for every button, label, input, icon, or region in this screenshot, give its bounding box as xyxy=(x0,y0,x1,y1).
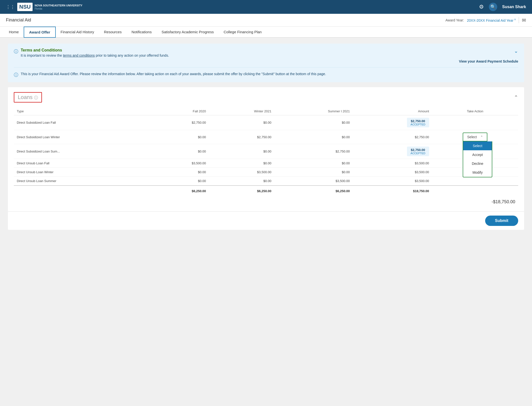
col-fall2020: Fall 2020 xyxy=(152,107,209,115)
table-body: Direct Subsidized Loan Fall $2,750.00 $0… xyxy=(14,115,518,196)
mail-icon[interactable]: ✉ xyxy=(519,17,526,23)
accepted-amount: $2,750.00 xyxy=(409,119,427,123)
award-year-link[interactable]: 20XX-20XX Financial Aid Year v xyxy=(467,18,516,22)
info-circle-icon: ⓘ xyxy=(14,49,18,54)
winter2021-value: $3,500.00 xyxy=(209,168,274,177)
tab-satisfactory-academic-progress[interactable]: Satisfactory Academic Progress xyxy=(157,27,219,37)
fall2020-value: $3,500.00 xyxy=(152,159,209,168)
col-take-action: Take Action xyxy=(432,107,518,115)
table-row: Direct Subsidized Loan Winter $0.00 $2,7… xyxy=(14,130,518,144)
terms-content: Terms and Conditions It is important to … xyxy=(21,48,169,57)
terms-conditions-link[interactable]: terms and conditions xyxy=(63,53,95,57)
totals-label xyxy=(14,186,152,195)
amount-value: $2,750.00 ACCEPTED xyxy=(353,115,432,130)
accepted-label: ACCEPTED xyxy=(409,152,427,155)
loan-type: Direct Subsidized Loan Sum... xyxy=(14,144,152,159)
amount-value: $2,750.00 xyxy=(353,130,432,144)
fall2020-value: $0.00 xyxy=(152,177,209,186)
amount-accepted-badge: $2,750.00 ACCEPTED xyxy=(407,118,429,127)
payment-schedule-link[interactable]: View your Award Payment Schedule xyxy=(14,59,518,63)
fall2020-value: $0.00 xyxy=(152,130,209,144)
select-label: Select xyxy=(467,135,477,139)
nsu-logo: NSU xyxy=(17,3,33,11)
chevron-up-icon: ⌃ xyxy=(480,135,483,139)
accepted-label: ACCEPTED xyxy=(409,123,427,126)
totals-fall2020: $6,250.00 xyxy=(152,186,209,195)
table-row: Direct Unsub Loan Fall $3,500.00 $0.00 $… xyxy=(14,159,518,168)
totals-row: $6,250.00 $6,250.00 $6,250.00 $18,750.00 xyxy=(14,186,518,195)
loans-help-icon[interactable]: ⓘ xyxy=(34,96,38,100)
grid-icon[interactable]: ⋮⋮ xyxy=(6,4,15,10)
dropdown-item-accept[interactable]: Accept xyxy=(463,150,492,159)
user-name: Susan Shark xyxy=(502,5,526,9)
main-content: ⓘ Terms and Conditions It is important t… xyxy=(0,38,532,404)
table-row: Direct Unsub Loan Winter $0.00 $3,500.00… xyxy=(14,168,518,177)
summer2021-value: $0.00 xyxy=(274,130,353,144)
table-header-row: Type Fall 2020 Winter 2021 Summer I 2021… xyxy=(14,107,518,115)
col-type: Type xyxy=(14,107,152,115)
notice-text: This is your Financial Aid Award Offer. … xyxy=(21,71,326,77)
dropdown-item-select[interactable]: Select xyxy=(463,141,492,150)
secondary-header: Financial Aid Award Year: 20XX-20XX Fina… xyxy=(0,14,532,27)
winter2021-value: $0.00 xyxy=(209,115,274,130)
submit-button[interactable]: Submit xyxy=(485,216,518,226)
loans-title: Loans xyxy=(18,94,34,100)
gear-icon[interactable]: ⚙ xyxy=(479,4,484,10)
tab-resources[interactable]: Resources xyxy=(99,27,127,37)
amount-accepted-badge: $2,750.00 ACCEPTED xyxy=(407,147,429,156)
summer2021-value: $2,750.00 xyxy=(274,144,353,159)
notice-info-icon: ⓘ xyxy=(14,72,18,78)
award-year-label: Award Year: xyxy=(445,18,464,22)
nav-tabs: Home Award Offer Financial Aid History R… xyxy=(0,27,532,38)
university-name: NOVA SOUTHEASTERN UNIVERSITY xyxy=(35,4,82,7)
totals-amount: $18,750.00 xyxy=(353,186,432,195)
action-cell xyxy=(432,177,518,186)
notice-row: ⓘ This is your Financial Aid Award Offer… xyxy=(14,67,518,78)
header-right: ⚙ 🔍 Susan Shark xyxy=(479,3,526,11)
loan-type: Direct Unsub Loan Winter xyxy=(14,168,152,177)
loans-collapse-icon[interactable]: ⌃ xyxy=(514,94,518,100)
col-amount: Amount xyxy=(353,107,432,115)
action-cell xyxy=(432,115,518,130)
winter2021-value: $0.00 xyxy=(209,177,274,186)
logo-text-area: NOVA SOUTHEASTERN UNIVERSITY Florida xyxy=(35,4,82,10)
amount-value: $3,500.00 xyxy=(353,159,432,168)
tab-award-offer[interactable]: Award Offer xyxy=(24,27,56,38)
tab-college-financing-plan[interactable]: College Financing Plan xyxy=(219,27,267,37)
select-dropdown-wrapper[interactable]: Select ⌃ Select Accept Decline Modify xyxy=(463,133,487,141)
select-button[interactable]: Select ⌃ xyxy=(463,133,487,141)
top-header: ⋮⋮ NSU NOVA SOUTHEASTERN UNIVERSITY Flor… xyxy=(0,0,532,14)
totals-summer2021: $6,250.00 xyxy=(274,186,353,195)
summer2021-value: $0.00 xyxy=(274,115,353,130)
accepted-amount: $2,750.00 xyxy=(409,148,427,152)
logo-state: Florida xyxy=(35,7,82,10)
amount-value: $2,750.00 ACCEPTED xyxy=(353,144,432,159)
summer2021-value: $0.00 xyxy=(274,159,353,168)
grand-total: -$18,750.00 xyxy=(14,195,518,206)
loans-title-box: Loans ⓘ xyxy=(14,92,42,102)
tab-notifications[interactable]: Notifications xyxy=(127,27,157,37)
terms-title: Terms and Conditions xyxy=(21,48,169,52)
totals-winter2021: $6,250.00 xyxy=(209,186,274,195)
dropdown-item-modify[interactable]: Modify xyxy=(463,168,492,177)
logo-box: NSU NOVA SOUTHEASTERN UNIVERSITY Florida xyxy=(17,3,82,11)
col-winter2021: Winter 2021 xyxy=(209,107,274,115)
action-cell[interactable]: Select ⌃ Select Accept Decline Modify xyxy=(432,130,518,144)
terms-collapse-icon[interactable]: ⌄ xyxy=(514,48,518,54)
summer2021-value: $3,500.00 xyxy=(274,177,353,186)
tab-home[interactable]: Home xyxy=(4,27,24,37)
dropdown-menu: Select Accept Decline Modify xyxy=(463,141,492,177)
dropdown-item-decline[interactable]: Decline xyxy=(463,159,492,168)
loans-table: Type Fall 2020 Winter 2021 Summer I 2021… xyxy=(14,107,518,195)
logo-area: ⋮⋮ NSU NOVA SOUTHEASTERN UNIVERSITY Flor… xyxy=(6,3,82,11)
tab-financial-aid-history[interactable]: Financial Aid History xyxy=(56,27,99,37)
award-year-area: Award Year: 20XX-20XX Financial Aid Year… xyxy=(445,17,526,23)
amount-value: $3,500.00 xyxy=(353,168,432,177)
financial-aid-title: Financial Aid xyxy=(6,17,31,23)
winter2021-value: $0.00 xyxy=(209,144,274,159)
table-row: Direct Unsub Loan Summer $0.00 $0.00 $3,… xyxy=(14,177,518,186)
winter2021-value: $0.00 xyxy=(209,159,274,168)
loan-type: Direct Subsidized Loan Winter xyxy=(14,130,152,144)
search-icon[interactable]: 🔍 xyxy=(489,3,497,11)
terms-text: It is important to review the terms and … xyxy=(21,53,169,57)
